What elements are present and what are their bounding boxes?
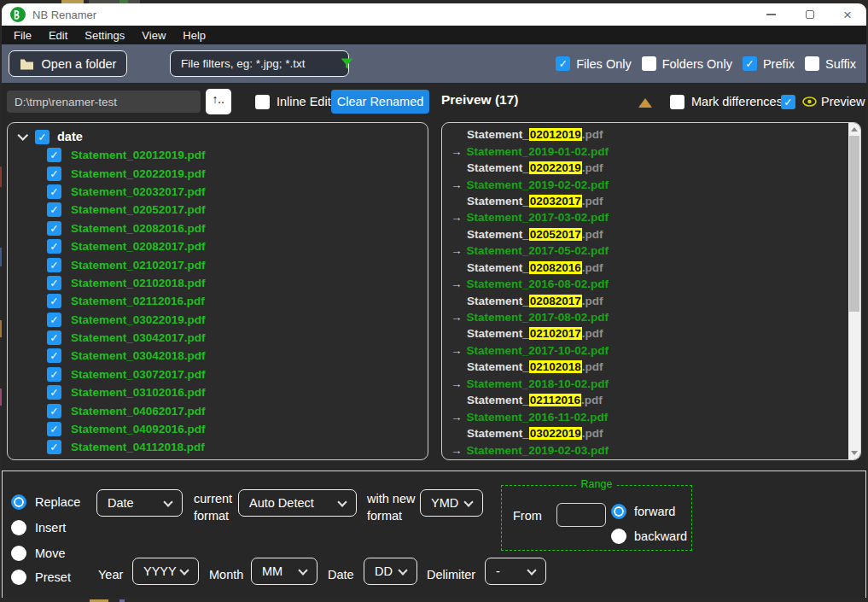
preview-old-name[interactable]: Statement_03022019.pdf	[445, 425, 846, 441]
tree-file-row[interactable]: Statement_03102016.pdf	[8, 383, 424, 401]
mode-radio-preset[interactable]: Preset	[11, 570, 71, 585]
range-from-input[interactable]	[556, 503, 606, 527]
file-checkbox[interactable]	[47, 367, 61, 382]
clear-renamed-button[interactable]: Clear Renamed	[331, 90, 429, 114]
mark-differences-toggle[interactable]: Mark differences	[670, 85, 783, 118]
menu-item-edit[interactable]: Edit	[40, 29, 76, 42]
checkbox[interactable]	[805, 56, 819, 71]
preview-toggle[interactable]: Preview	[781, 85, 865, 118]
menu-item-settings[interactable]: Settings	[76, 29, 133, 42]
mode-radio-move[interactable]: Move	[11, 546, 65, 561]
file-checkbox[interactable]	[47, 221, 61, 236]
file-checkbox[interactable]	[47, 148, 61, 162]
preview-old-name[interactable]: Statement_02112016.pdf	[445, 392, 846, 408]
radio-button[interactable]	[11, 546, 26, 561]
preview-new-name[interactable]: →Statement_2016-08-02.pdf	[445, 276, 846, 292]
inline-edit-toggle[interactable]: Inline Edit	[255, 85, 331, 118]
tree-root-checkbox[interactable]	[35, 130, 50, 144]
new-format-select[interactable]: YMD	[420, 489, 483, 517]
preview-old-name[interactable]: Statement_02102017.pdf	[445, 325, 846, 342]
tree-file-row[interactable]: Statement_02112016.pdf	[8, 292, 424, 310]
scroll-down-icon[interactable]	[851, 451, 858, 455]
mode-radio-replace[interactable]: Replace	[11, 494, 80, 510]
preview-new-name[interactable]: →Statement_2019-02-03.pdf	[445, 441, 846, 458]
toolbar-checkbox-prefix[interactable]: Prefix	[743, 56, 795, 71]
preview-new-name[interactable]: →Statement_2019-02-02.pdf	[445, 176, 846, 192]
tree-file-row[interactable]: Statement_03042017.pdf	[8, 329, 424, 347]
preview-old-name[interactable]: Statement_02022019.pdf	[445, 160, 846, 176]
tree-file-row[interactable]: Statement_04112018.pdf	[8, 438, 424, 456]
file-checkbox[interactable]	[47, 404, 61, 418]
radio-button[interactable]	[11, 570, 26, 585]
preview-new-name[interactable]: →Statement_2017-10-02.pdf	[445, 342, 846, 359]
tree-file-row[interactable]: Statement_02012019.pdf	[8, 146, 424, 164]
file-checkbox[interactable]	[47, 313, 61, 327]
radio-button[interactable]	[611, 529, 626, 544]
date-select[interactable]: DD	[364, 558, 417, 585]
filter-funnel-icon[interactable]	[341, 58, 353, 69]
preview-old-name[interactable]: Statement_02032017.pdf	[445, 193, 846, 209]
file-checkbox[interactable]	[47, 167, 61, 181]
checkbox[interactable]	[743, 56, 757, 71]
menu-item-view[interactable]: View	[133, 29, 174, 42]
radio-button[interactable]	[611, 504, 626, 519]
radio-button[interactable]	[11, 520, 26, 535]
tree-file-row[interactable]: Statement_03072017.pdf	[8, 365, 424, 383]
minimize-button[interactable]	[754, 3, 788, 26]
toolbar-checkbox-suffix[interactable]: Suffix	[805, 56, 856, 71]
preview-old-name[interactable]: Statement_02082016.pdf	[445, 260, 846, 276]
file-checkbox[interactable]	[47, 330, 61, 345]
checkbox[interactable]	[556, 56, 570, 71]
file-checkbox[interactable]	[47, 440, 61, 454]
file-checkbox[interactable]	[47, 258, 61, 272]
rename-type-select[interactable]: Date	[96, 489, 183, 517]
menu-item-help[interactable]: Help	[174, 29, 214, 42]
parent-folder-button[interactable]: ↑..	[206, 89, 231, 114]
preview-new-name[interactable]: →Statement_2017-03-02.pdf	[445, 209, 846, 225]
preview-new-name[interactable]: →Statement_2017-05-02.pdf	[445, 243, 846, 259]
open-folder-button[interactable]: Open a folder	[9, 50, 127, 77]
tree-file-row[interactable]: Statement_04062017.pdf	[8, 401, 424, 419]
preview-new-name[interactable]: →Statement_2017-08-02.pdf	[445, 309, 846, 325]
file-checkbox[interactable]	[47, 385, 61, 400]
folder-path-input[interactable]	[7, 91, 201, 113]
mode-radio-insert[interactable]: Insert	[11, 520, 66, 535]
file-checkbox[interactable]	[47, 348, 61, 363]
preview-old-name[interactable]: Statement_02012019.pdf	[445, 126, 846, 143]
radio-button[interactable]	[11, 494, 26, 510]
toolbar-checkbox-files-only[interactable]: Files Only	[556, 56, 631, 71]
file-checkbox[interactable]	[47, 202, 61, 217]
preview-old-name[interactable]: Statement_02052017.pdf	[445, 226, 846, 243]
preview-checkbox[interactable]	[781, 95, 795, 109]
file-checkbox[interactable]	[47, 239, 61, 254]
collapse-triangle-icon[interactable]	[638, 98, 652, 108]
inline-edit-checkbox[interactable]	[255, 95, 270, 109]
title-bar[interactable]: NB Renamer ×	[2, 3, 866, 26]
preview-old-name[interactable]: Statement_02082017.pdf	[445, 292, 846, 308]
file-checkbox[interactable]	[47, 294, 61, 308]
toolbar-checkbox-folders-only[interactable]: Folders Only	[642, 56, 732, 71]
tree-file-row[interactable]: Statement_03042018.pdf	[8, 347, 424, 365]
file-checkbox[interactable]	[47, 184, 61, 199]
direction-radio-forward[interactable]: forward	[611, 504, 675, 519]
tree-file-row[interactable]: Statement_02082016.pdf	[8, 219, 424, 237]
maximize-button[interactable]	[793, 3, 827, 26]
preview-new-name[interactable]: →Statement_2018-10-02.pdf	[445, 376, 846, 392]
tree-file-row[interactable]: Statement_02102018.pdf	[8, 274, 424, 292]
file-checkbox[interactable]	[47, 422, 61, 436]
chevron-down-icon[interactable]	[17, 130, 28, 141]
year-select[interactable]: YYYY	[132, 558, 199, 585]
direction-radio-backward[interactable]: backward	[611, 529, 687, 544]
tree-root-row[interactable]: date	[8, 127, 424, 146]
menu-item-file[interactable]: File	[5, 29, 40, 42]
preview-scrollbar[interactable]	[848, 123, 860, 459]
tree-file-row[interactable]: Statement_03022019.pdf	[8, 311, 424, 329]
delimiter-select[interactable]: -	[485, 558, 546, 585]
close-button[interactable]: ×	[830, 3, 865, 26]
preview-new-name[interactable]: →Statement_2019-01-02.pdf	[445, 143, 846, 159]
tree-file-row[interactable]: Statement_02082017.pdf	[8, 237, 424, 255]
mark-differences-checkbox[interactable]	[670, 95, 684, 109]
current-format-select[interactable]: Auto Detect	[238, 489, 357, 517]
checkbox[interactable]	[642, 56, 656, 71]
preview-old-name[interactable]: Statement_02102018.pdf	[445, 359, 846, 375]
